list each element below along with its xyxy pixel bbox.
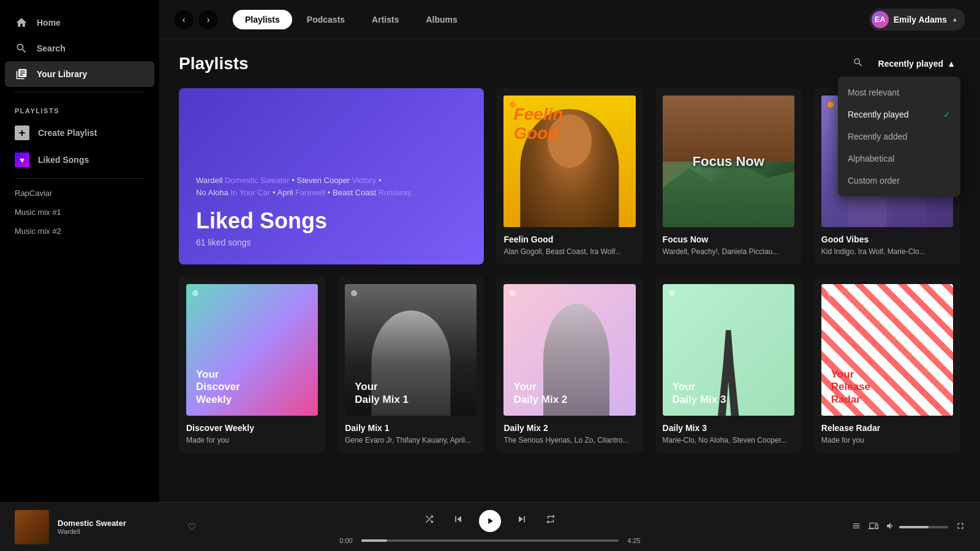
repeat-button[interactable] bbox=[543, 511, 559, 530]
good-vibes-title: Good Vibes bbox=[821, 234, 953, 244]
forward-button[interactable]: › bbox=[198, 10, 218, 29]
album-thumbnail bbox=[15, 510, 49, 544]
playlist-card-daily-mix-2[interactable]: YourDaily Mix 2 Daily Mix 2 The Serious … bbox=[496, 277, 643, 453]
volume-bar[interactable] bbox=[899, 526, 948, 528]
tab-artists[interactable]: Artists bbox=[360, 10, 411, 29]
track-info: Domestic Sweater Wardell bbox=[58, 519, 176, 535]
page-title: Playlists bbox=[179, 54, 249, 73]
tab-albums[interactable]: Albums bbox=[413, 10, 469, 29]
avatar: EA bbox=[872, 11, 889, 28]
sidebar-playlist-musicmix1[interactable]: Music mix #1 bbox=[5, 203, 154, 222]
focus-now-cover: Focus Now bbox=[663, 96, 794, 227]
next-button[interactable] bbox=[513, 511, 530, 531]
playlist-card-release-radar[interactable]: YourReleaseRadar Release Radar Made for … bbox=[814, 277, 960, 453]
total-time: 4:25 bbox=[625, 537, 643, 544]
create-playlist-action[interactable]: + Create Playlist bbox=[5, 119, 154, 146]
filter-area: Recently played ▲ Most relevant Recently… bbox=[850, 54, 960, 73]
good-vibes-dot bbox=[827, 102, 834, 108]
sidebar-playlist-musicmix2[interactable]: Music mix #2 bbox=[5, 222, 154, 241]
playlist-card-daily-mix-1[interactable]: YourDaily Mix 1 Daily Mix 1 Gene Evaro J… bbox=[337, 277, 484, 453]
release-radar-desc: Made for you bbox=[821, 435, 953, 446]
library-icon bbox=[15, 67, 28, 81]
playlists-section-title: PLAYLISTS bbox=[5, 97, 154, 119]
release-radar-text: YourReleaseRadar bbox=[831, 369, 870, 406]
daily-mix-3-dot bbox=[669, 290, 675, 296]
sort-option-custom-order[interactable]: Custom order bbox=[838, 170, 960, 192]
player-bar: Domestic Sweater Wardell ♡ bbox=[0, 502, 980, 551]
liked-songs-tracks: Wardell Domestic Sweater • Steven Cooper… bbox=[196, 174, 467, 198]
check-icon: ✓ bbox=[943, 110, 951, 119]
daily-mix-3-title: Daily Mix 3 bbox=[663, 423, 794, 433]
progress-bar-area: 0:00 4:25 bbox=[337, 537, 643, 544]
devices-button[interactable] bbox=[869, 521, 878, 533]
daily-mix-3-text: YourDaily Mix 3 bbox=[673, 381, 726, 406]
daily-mix-1-title: Daily Mix 1 bbox=[345, 423, 477, 433]
sort-option-most-relevant[interactable]: Most relevant bbox=[838, 81, 960, 103]
sort-dropdown-menu: Most relevant Recently played ✓ Recently… bbox=[838, 77, 960, 197]
playlist-card-focus-now[interactable]: Focus Now Focus Now Wardell, Peachy!, Da… bbox=[655, 88, 802, 264]
main-content: Playlists Recently played ▲ Most bbox=[159, 39, 980, 502]
daily-mix-1-cover: YourDaily Mix 1 bbox=[345, 284, 477, 416]
daily-mix-2-dot bbox=[510, 290, 516, 296]
sidebar-nav-search[interactable]: Search bbox=[5, 36, 154, 61]
liked-songs-title: Liked Songs bbox=[196, 208, 467, 234]
previous-button[interactable] bbox=[450, 511, 467, 531]
track-name: Domestic Sweater bbox=[58, 519, 176, 528]
track-artist: Wardell bbox=[58, 528, 176, 535]
discover-weekly-cover: YourDiscoverWeekly bbox=[186, 284, 318, 416]
sidebar-nav-home[interactable]: Home bbox=[5, 10, 154, 36]
queue-button[interactable] bbox=[851, 521, 861, 533]
user-dropdown-arrow: ▲ bbox=[952, 16, 958, 23]
player-center: 0:00 4:25 bbox=[198, 510, 782, 544]
search-icon bbox=[15, 42, 28, 55]
play-pause-button[interactable] bbox=[479, 510, 501, 532]
feelin-good-desc: Alan Gogoll, Beast Coast, Ira Wolf... bbox=[503, 247, 635, 257]
user-menu[interactable]: EA Emily Adams ▲ bbox=[869, 9, 965, 31]
page-header: Playlists Recently played ▲ Most bbox=[179, 54, 960, 73]
daily-mix-2-desc: The Serious Hyenas, Lo Zo, Cilantro... bbox=[503, 435, 635, 446]
discover-dot bbox=[192, 290, 198, 296]
player-controls bbox=[421, 510, 559, 532]
playlist-card-feelin-good[interactable]: FeelinGood Feelin Good Alan Gogoll, Beas… bbox=[496, 88, 643, 264]
volume-button[interactable] bbox=[886, 521, 895, 533]
focus-now-desc: Wardell, Peachy!, Daniela Picciau... bbox=[663, 247, 794, 257]
progress-fill bbox=[361, 539, 387, 542]
like-track-button[interactable]: ♡ bbox=[185, 519, 198, 535]
progress-track[interactable] bbox=[361, 539, 619, 542]
sort-option-recently-added[interactable]: Recently added bbox=[838, 126, 960, 148]
sidebar-playlist-rapcaviar[interactable]: RapCaviar bbox=[5, 184, 154, 203]
tab-navigation: Playlists Podcasts Artists Albums bbox=[233, 10, 869, 29]
home-icon bbox=[15, 16, 28, 29]
liked-songs-count: 61 liked songs bbox=[196, 238, 467, 247]
add-icon: + bbox=[15, 126, 29, 140]
release-radar-dot bbox=[827, 290, 834, 296]
focus-now-title: Focus Now bbox=[663, 234, 794, 244]
daily-mix-2-text: YourDaily Mix 2 bbox=[513, 381, 567, 406]
sidebar-divider-2 bbox=[15, 178, 145, 179]
daily-mix-3-cover: YourDaily Mix 3 bbox=[663, 284, 794, 416]
tab-playlists[interactable]: Playlists bbox=[233, 10, 292, 29]
playlist-card-discover-weekly[interactable]: YourDiscoverWeekly Discover Weekly Made … bbox=[179, 277, 325, 453]
filter-search-button[interactable] bbox=[850, 54, 866, 73]
sort-option-alphabetical[interactable]: Alphabetical bbox=[838, 148, 960, 170]
sort-option-recently-played[interactable]: Recently played ✓ bbox=[838, 103, 960, 126]
sort-dropdown-button[interactable]: Recently played ▲ bbox=[873, 56, 960, 71]
feelin-good-title: Feelin Good bbox=[503, 234, 635, 244]
shuffle-button[interactable] bbox=[421, 511, 437, 530]
back-button[interactable]: ‹ bbox=[174, 10, 194, 29]
release-radar-title: Release Radar bbox=[821, 423, 953, 433]
volume-area bbox=[886, 521, 948, 533]
playlist-card-daily-mix-3[interactable]: YourDaily Mix 3 Daily Mix 3 Marie-Clo, N… bbox=[655, 277, 802, 453]
release-radar-cover: YourReleaseRadar bbox=[821, 284, 953, 416]
current-time: 0:00 bbox=[337, 537, 355, 544]
playlist-card-liked-songs[interactable]: Wardell Domestic Sweater • Steven Cooper… bbox=[179, 88, 484, 264]
sort-arrow-icon: ▲ bbox=[947, 59, 956, 69]
liked-songs-action[interactable]: ♥ Liked Songs bbox=[5, 146, 154, 173]
fullscreen-button[interactable] bbox=[956, 521, 965, 533]
daily-mix-2-title: Daily Mix 2 bbox=[503, 423, 635, 433]
tab-podcasts[interactable]: Podcasts bbox=[295, 10, 357, 29]
sidebar-nav-library[interactable]: Your Library bbox=[5, 61, 154, 87]
sidebar-divider-1 bbox=[15, 92, 145, 92]
heart-icon: ♥ bbox=[15, 152, 29, 167]
sidebar: Home Search Your Library PLAYLISTS + Cre… bbox=[0, 0, 159, 502]
